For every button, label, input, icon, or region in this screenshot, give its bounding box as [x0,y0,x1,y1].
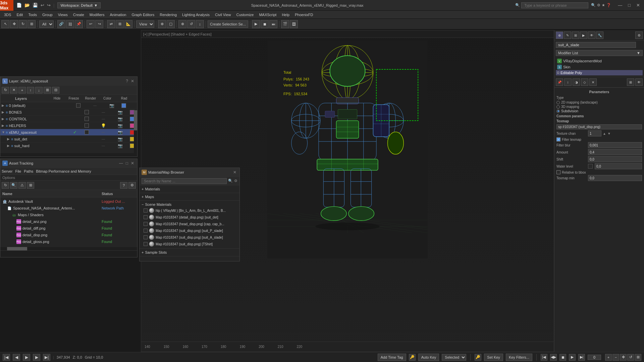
asset-row-detail-disp[interactable]: PNG detail_disp.png Found [14,232,137,238]
mat-checkbox-0[interactable] [144,208,148,213]
modifier-vray-displacement[interactable]: V VRayDisplacementMod [556,58,643,64]
hide-check-0[interactable] [76,103,80,108]
array-btn[interactable]: ⊞ [116,20,124,28]
move-btn[interactable]: ✥ [10,20,18,28]
asset-menu-bitmap[interactable]: Bitmap Performance and Memory [36,169,91,173]
remove-mod-btn[interactable]: ✕ [589,78,597,86]
texture-chan-input[interactable] [588,130,601,136]
key-filters-button[interactable]: Key Filters... [506,354,532,361]
layers-move-down-btn[interactable]: ↓ [35,87,43,94]
layers-refresh-btn[interactable]: ↻ [2,87,9,94]
mat-checkbox-2[interactable] [144,222,148,226]
layer-freeze-0[interactable]: — [87,104,103,107]
undo-viewport-btn[interactable]: ↩ [87,20,95,28]
asset-close-btn[interactable]: ✕ [130,161,135,166]
asset-options-item[interactable]: Options [0,175,137,181]
layer-hide-suit-hard[interactable]: — [95,144,112,147]
modify-tab[interactable]: ✎ [564,32,571,39]
create-selection-button[interactable]: Create Selection Se... [208,20,248,28]
auto-key-dropdown[interactable]: Selected [442,354,466,361]
3d-mapping-row[interactable]: 3D mapping [556,105,642,109]
save-icon[interactable]: 💾 [32,2,39,8]
layer-hide-helpers[interactable] [78,123,95,128]
filter-texmap-checkbox[interactable] [556,137,560,141]
menu-maxscript[interactable]: MAXScript [256,12,279,17]
mat-item-0[interactable]: hlp ( VRayMtl ) [Bn_L_Arm, Bn_L_Arm001, … [142,207,237,214]
next-frame-status-btn[interactable]: ▶| [43,354,50,361]
key-icon[interactable]: 🔑 [409,354,416,361]
layer-row-xemu[interactable]: ▼ ≡ xEMU_spacesuit ✓ — 📷 [0,129,137,136]
hide-check-xemu[interactable] [85,130,89,134]
layers-scrollbar-h[interactable] [0,153,134,157]
mat-checkbox-3[interactable] [144,229,148,233]
layers-add-btn[interactable]: + [18,87,26,94]
toolbar-icon2[interactable]: ⚙ [597,3,600,7]
select-region-btn[interactable]: ▢ [167,20,175,28]
layers-help-btn[interactable]: ? [125,79,129,83]
redo-icon[interactable]: ↪ [46,2,52,8]
mat-item-3[interactable]: Map #1018347 (suit_disp.png) [suit_P_sla… [142,227,237,234]
modifier-list-button[interactable]: Modifier List ▼ [556,50,643,56]
asset-help-btn[interactable]: ? [120,182,127,189]
layer-freeze-bones[interactable]: — [95,110,112,114]
maps-section-header[interactable]: + Maps [142,194,237,199]
materials-section-header[interactable]: + Materials [142,186,237,192]
shift-input[interactable] [588,156,642,162]
material-close-btn[interactable]: ✕ [232,170,237,175]
layers-expand-btn[interactable]: ⊞ [44,87,51,94]
toolbar-icon3[interactable]: ★ [602,3,605,7]
layer-render-suit-det[interactable]: 📷 [112,137,128,141]
pin-stack-btn[interactable]: 📌 [556,78,563,86]
layers-move-up-btn[interactable]: ↑ [27,87,34,94]
layers-delete-btn[interactable]: ✕ [10,87,17,94]
layers-close-btn[interactable]: ✕ [130,79,135,83]
toolbar-icon1[interactable]: 🔍 [591,3,596,7]
timeline-play-back[interactable]: ◀▶ [550,354,557,361]
asset-row-detail-gloss[interactable]: PNG detail_gloss.png Found [14,238,137,245]
asset-row-detail-anz[interactable]: PNG detail_anz.png Found [14,218,137,225]
motion-tab[interactable]: ▶ [580,32,587,39]
layer-render-bones[interactable]: 📷 [112,110,128,115]
layer-hide-suit-det[interactable]: — [95,137,112,141]
viewport-zoom-in[interactable]: + [605,354,612,361]
layer-row-suit-det[interactable]: ▶ ≡ suit_det — 📷 [0,136,137,142]
menu-group[interactable]: Group [40,12,55,17]
texture-chan-down[interactable]: ▼ [607,132,611,135]
asset-menu-paths[interactable]: Paths [24,169,33,173]
mat-checkbox-1[interactable] [144,215,148,219]
set-key-icon[interactable]: 🔑 [475,354,481,361]
menu-tools[interactable]: Tools [25,12,40,17]
menu-create[interactable]: Create [70,12,87,17]
layer-row-bones[interactable]: ▶ ≡ BONES — 📷 [0,109,137,116]
view-dropdown[interactable]: View [136,20,154,28]
unlink-btn[interactable]: ⛓ [66,20,74,28]
layers-collapse-btn[interactable]: ⊟ [52,87,59,94]
layer-hide-bones[interactable] [78,110,95,114]
asset-minimize-btn[interactable]: — [118,161,124,166]
step-back-btn[interactable]: ◀ [13,354,20,361]
layer-freeze-control[interactable]: — [95,117,112,121]
title-search-input[interactable] [521,2,588,8]
toolbar-icon4[interactable]: ❓ [606,3,611,7]
hide-check-control[interactable] [85,117,89,121]
filter-blur-input[interactable] [588,142,642,148]
menu-civil-view[interactable]: Civil View [212,12,233,17]
rotate-btn[interactable]: ↻ [19,20,27,28]
select-btn[interactable]: ↖ [1,20,9,28]
layer-hide-0[interactable] [70,103,87,108]
2d-mapping-row[interactable]: 2D mapping (landscape) [556,101,642,104]
open-icon[interactable]: 📂 [23,2,31,8]
viewport-maximize[interactable]: ⊞ [635,354,641,361]
2d-mapping-radio[interactable] [556,101,560,104]
layer-row-helpers[interactable]: ▶ ≡ HELPERS 💡 📷 [0,122,137,129]
play-status-btn[interactable]: ▶ [23,354,30,361]
3d-mapping-radio[interactable] [556,105,560,109]
asset-menu-server[interactable]: Server [2,169,12,173]
timeline-jump-end[interactable]: ▶| [578,354,585,361]
step-fwd-btn[interactable]: ▶ [33,354,40,361]
relative-bbox-checkbox[interactable] [556,170,560,174]
mat-item-2[interactable]: Map #1018347 (head_disp.png) [cap, cap_b… [142,221,237,227]
viewport-pan[interactable]: ✥ [620,354,627,361]
object-name-input[interactable] [556,42,636,48]
redo-viewport-btn[interactable]: ↪ [95,20,103,28]
